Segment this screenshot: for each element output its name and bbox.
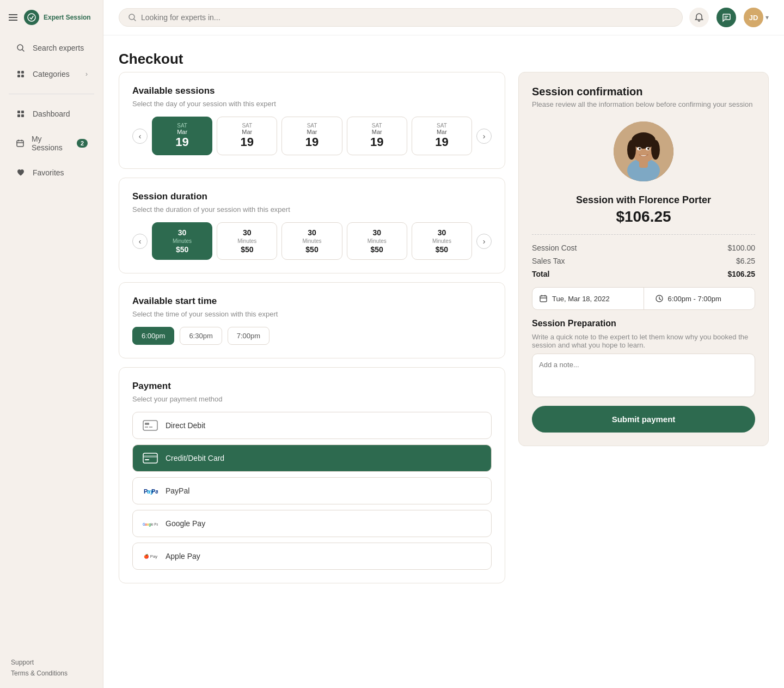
- datetime-divider: [644, 288, 644, 309]
- svg-rect-7: [21, 111, 24, 113]
- svg-point-0: [28, 14, 35, 21]
- session-date-value: Tue, Mar 18, 2022: [552, 295, 610, 303]
- available-sessions-subtitle: Select the day of your session with this…: [132, 100, 492, 108]
- svg-rect-6: [17, 111, 20, 113]
- calendar-icon: [15, 138, 25, 149]
- session-duration-card: Session duration Select the duration of …: [119, 178, 505, 273]
- svg-rect-17: [143, 455, 157, 458]
- sidebar-item-categories[interactable]: Categories ›: [4, 62, 99, 86]
- hamburger-icon[interactable]: [9, 14, 17, 21]
- svg-text:Pal: Pal: [151, 488, 158, 495]
- time-item-2[interactable]: 7:00pm: [228, 327, 270, 345]
- duration-item-1[interactable]: 30 Minutes $50: [217, 222, 277, 260]
- svg-point-37: [639, 148, 641, 150]
- expert-info: Session with Florence Porter $106.25: [532, 194, 755, 226]
- confirmation-title: Session confirmation: [532, 86, 755, 98]
- date-prev-button[interactable]: ‹: [132, 129, 148, 144]
- session-cost-label: Session Cost: [532, 243, 577, 252]
- duration-prev-button[interactable]: ‹: [132, 234, 148, 249]
- sessions-badge: 2: [77, 139, 88, 148]
- duration-selector: ‹ 30 Minutes $50 30 Minutes $50: [132, 222, 492, 260]
- date-next-button[interactable]: ›: [476, 129, 492, 144]
- search-input[interactable]: [141, 13, 673, 22]
- submit-payment-button[interactable]: Submit payment: [532, 406, 755, 433]
- duration-next-button[interactable]: ›: [476, 234, 492, 249]
- time-item-0[interactable]: 6:00pm: [132, 327, 174, 345]
- date-selector: ‹ SAT Mar 19 SAT Mar 19: [132, 117, 492, 155]
- payment-apple-pay[interactable]: 🍎 Pay Apple Pay: [132, 543, 492, 570]
- sidebar-footer: Support Terms & Conditions: [0, 648, 103, 688]
- sidebar-item-search-experts[interactable]: Search experts: [4, 36, 99, 60]
- payment-direct-debit[interactable]: Direct Debit: [132, 412, 492, 439]
- duration-item-2[interactable]: 30 Minutes $50: [281, 222, 342, 260]
- sidebar-item-favorites[interactable]: Favorites: [4, 161, 99, 185]
- avatar: JD: [744, 8, 763, 27]
- session-preparation-section: Session Preparation Write a quick note t…: [532, 319, 755, 397]
- chat-button[interactable]: [716, 8, 736, 27]
- svg-rect-4: [17, 75, 20, 77]
- svg-point-38: [647, 148, 650, 150]
- payment-paypal[interactable]: P ay Pal PayPal: [132, 477, 492, 504]
- payment-google-pay[interactable]: G o o g le Pay Google Pay: [132, 510, 492, 537]
- payment-credit-card[interactable]: Credit/Debit Card: [132, 445, 492, 472]
- date-item-1[interactable]: SAT Mar 19: [217, 117, 277, 155]
- prep-description: Write a quick note to the expert to let …: [532, 333, 755, 349]
- svg-rect-8: [17, 114, 20, 117]
- available-sessions-title: Available sessions: [132, 86, 492, 96]
- date-item-3[interactable]: SAT Mar 19: [347, 117, 407, 155]
- svg-rect-18: [145, 459, 149, 460]
- google-pay-label: Google Pay: [166, 519, 205, 528]
- session-time-value: 6:00pm - 7:00pm: [668, 295, 721, 303]
- right-column: Session confirmation Please review all t…: [518, 72, 769, 583]
- payment-options: Direct Debit Credit/Debit: [132, 412, 492, 570]
- date-item-4[interactable]: SAT Mar 19: [412, 117, 472, 155]
- sidebar-item-my-sessions[interactable]: My Sessions 2: [4, 128, 99, 159]
- confirmation-header: Session confirmation Please review all t…: [532, 86, 755, 108]
- session-datetime: Tue, Mar 18, 2022 6:00pm - 7:00pm: [532, 287, 755, 310]
- payment-title: Payment: [132, 381, 492, 392]
- sales-tax-label: Sales Tax: [532, 257, 565, 265]
- support-link[interactable]: Support: [11, 659, 92, 666]
- duration-item-4[interactable]: 30 Minutes $50: [412, 222, 472, 260]
- duration-item-0[interactable]: 30 Minutes $50: [152, 222, 212, 260]
- confirmation-subtitle: Please review all the information below …: [532, 100, 755, 108]
- session-cost-row: Session Cost $100.00: [532, 243, 755, 252]
- topbar: JD ▾: [103, 0, 784, 35]
- date-item-2[interactable]: SAT Mar 19: [281, 117, 342, 155]
- price-divider: [532, 234, 755, 235]
- svg-text:🍎 Pay: 🍎 Pay: [144, 553, 158, 559]
- sidebar: Expert Session Search experts Categories…: [0, 0, 103, 688]
- notifications-button[interactable]: [689, 8, 709, 27]
- topbar-icons: JD ▾: [689, 8, 769, 27]
- session-confirmation-card: Session confirmation Please review all t…: [518, 72, 769, 446]
- main-area: JD ▾ Checkout Available sessions Select …: [103, 0, 784, 688]
- calendar-icon: [539, 294, 548, 303]
- date-items: SAT Mar 19 SAT Mar 19 SAT Ma: [152, 117, 472, 155]
- svg-text:le Pay: le Pay: [151, 522, 158, 527]
- grid-icon: [15, 69, 26, 80]
- svg-point-34: [651, 140, 660, 160]
- sales-tax-row: Sales Tax $6.25: [532, 257, 755, 265]
- svg-rect-9: [21, 114, 24, 117]
- total-value: $106.25: [727, 270, 755, 278]
- logo-icon: [24, 10, 39, 25]
- apple-pay-label: Apple Pay: [166, 552, 200, 561]
- direct-debit-icon: [142, 419, 159, 432]
- heart-icon: [15, 167, 26, 178]
- clock-icon: [655, 294, 664, 303]
- page-title: Checkout: [119, 51, 769, 68]
- svg-rect-13: [145, 423, 149, 425]
- time-item-1[interactable]: 6:30pm: [180, 327, 222, 345]
- user-avatar-button[interactable]: JD ▾: [744, 8, 769, 27]
- search-icon: [128, 13, 137, 22]
- sidebar-item-dashboard[interactable]: Dashboard: [4, 102, 99, 126]
- duration-item-3[interactable]: 30 Minutes $50: [347, 222, 407, 260]
- paypal-label: PayPal: [166, 486, 189, 495]
- session-duration-subtitle: Select the duration of your session with…: [132, 205, 492, 214]
- terms-link[interactable]: Terms & Conditions: [11, 669, 92, 677]
- svg-rect-3: [21, 71, 24, 74]
- start-time-title: Available start time: [132, 296, 492, 307]
- prep-note-input[interactable]: [532, 354, 755, 397]
- date-item-0[interactable]: SAT Mar 19: [152, 117, 212, 155]
- session-duration-title: Session duration: [132, 191, 492, 202]
